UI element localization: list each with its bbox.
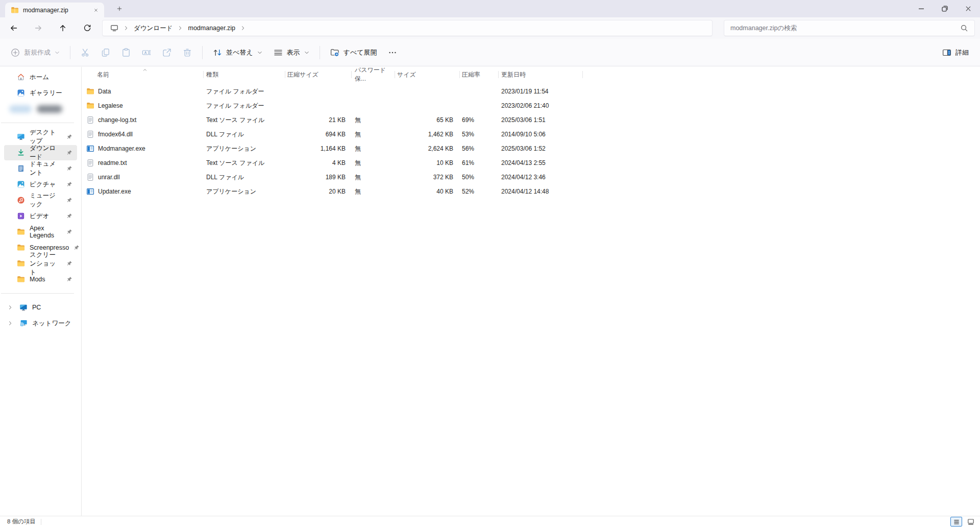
extract-all-button[interactable]: すべて展開 [325,43,382,62]
details-pane-button[interactable]: 詳細 [937,43,974,62]
file-size: 10 KB [395,159,460,166]
file-size: 372 KB [395,174,460,181]
paste-button[interactable] [116,43,136,62]
large-icons-view-icon [967,518,975,526]
file-modified: 2025/03/06 1:52 [499,145,583,152]
breadcrumb-modmanager-zip[interactable]: modmanager.zip [184,21,238,35]
file-name: fmodex64.dll [98,131,133,138]
file-modified: 2024/04/12 3:46 [499,174,583,181]
breadcrumb-downloads[interactable]: ダウンロード [130,21,176,35]
sidebar-item-screenshots[interactable]: スクリーンショット [4,256,77,271]
sort-button[interactable]: 並べ替え [207,43,268,62]
table-row[interactable]: Legalese ファイル フォルダー 2023/02/06 21:40 [82,99,980,113]
file-size: 2,624 KB [395,145,460,152]
file-name: change-log.txt [98,116,136,124]
sidebar-item-videos[interactable]: ビデオ [4,208,77,224]
share-button[interactable] [157,43,177,62]
blurred-account-icon [9,105,32,113]
tab-close-button[interactable] [91,5,101,15]
close-window-button[interactable] [957,0,980,17]
column-header-size[interactable]: サイズ [395,68,460,81]
blurred-account-name [37,105,62,113]
cut-button[interactable] [75,43,95,62]
up-button[interactable] [54,19,72,37]
tab-modmanager-zip[interactable]: modmanager.zip [5,3,104,17]
column-header-name[interactable]: 名前 [82,68,204,81]
column-headers: 名前 種類 圧縮サイズ パスワード保... サイズ 圧縮率 更新日時 [82,68,980,81]
file-password: 無 [352,187,395,196]
file-type: Text ソース ファイル [204,116,285,125]
pc-monitor-icon [110,24,118,32]
column-header-password[interactable]: パスワード保... [352,68,395,81]
chevron-right-icon [176,25,184,31]
forward-button[interactable] [29,19,47,37]
details-view-button[interactable] [950,517,962,526]
file-type: Text ソース ファイル [204,159,285,167]
chevron-right-icon [239,25,247,31]
new-tab-button[interactable] [113,3,126,15]
table-row[interactable]: change-log.txt Text ソース ファイル 21 KB 無 65 … [82,113,980,127]
breadcrumb[interactable]: ダウンロード modmanager.zip [102,20,713,36]
chevron-right-icon[interactable] [7,320,13,326]
new-item-button[interactable]: 新規作成 [5,43,65,62]
column-header-ratio[interactable]: 圧縮率 [460,68,499,81]
sidebar-item-mods[interactable]: Mods [4,272,77,287]
file-list: 名前 種類 圧縮サイズ パスワード保... サイズ 圧縮率 更新日時 Data … [82,67,980,516]
file-size: 65 KB [395,116,460,124]
sidebar-item-pictures[interactable]: ピクチャ [4,177,77,192]
application-icon [86,187,94,196]
sidebar-item-documents[interactable]: ドキュメント [4,161,77,176]
copy-button[interactable] [95,43,116,62]
sidebar-item-home[interactable]: ホーム [4,69,77,85]
sidebar-item-music[interactable]: ミュージック [4,193,77,208]
sidebar-item-downloads[interactable]: ダウンロード [4,145,77,160]
pin-icon [66,150,72,156]
large-icons-view-button[interactable] [965,517,976,526]
zip-folder-icon [11,6,19,14]
table-row[interactable]: readme.txt Text ソース ファイル 4 KB 無 10 KB 61… [82,156,980,170]
sort-label: 並べ替え [226,48,253,57]
column-header-type[interactable]: 種類 [204,68,285,81]
delete-icon [182,47,192,58]
table-row[interactable]: Data ファイル フォルダー 2023/01/19 11:54 [82,84,980,99]
refresh-button[interactable] [78,19,96,37]
more-options-button[interactable] [382,43,403,62]
back-button[interactable] [5,19,23,37]
paste-icon [121,47,131,58]
chevron-right-icon[interactable] [7,304,13,310]
table-row[interactable]: Updater.exe アプリケーション 20 KB 無 40 KB 52% 2… [82,184,980,199]
file-folder-icon [86,102,94,110]
table-row[interactable]: Modmanager.exe アプリケーション 1,164 KB 無 2,624… [82,141,980,156]
search-input[interactable] [730,25,960,32]
navigation-pane: ホーム ギャラリー デスクトップ ダウンロード [0,67,82,516]
sidebar-item-pc[interactable]: PC [4,300,77,315]
delete-button[interactable] [177,43,198,62]
sidebar-item-network[interactable]: ネットワーク [4,316,77,331]
file-size: 40 KB [395,188,460,195]
sidebar-item-label: ドキュメント [30,160,62,177]
view-button[interactable]: 表示 [268,43,315,62]
rename-button[interactable] [136,43,157,62]
restore-button[interactable] [933,0,957,17]
pc-icon [19,303,28,312]
file-name: Updater.exe [98,188,131,195]
minimize-button[interactable] [910,0,933,17]
share-icon [162,47,172,58]
search-box[interactable] [724,20,975,36]
breadcrumb-this-pc[interactable] [107,21,122,35]
table-row[interactable]: fmodex64.dll DLL ファイル 694 KB 無 1,462 KB … [82,127,980,141]
column-header-modified[interactable]: 更新日時 [499,68,583,81]
table-row[interactable]: unrar.dll DLL ファイル 189 KB 無 372 KB 50% 2… [82,170,980,184]
new-item-label: 新規作成 [24,48,51,57]
file-ratio: 56% [460,145,499,152]
sidebar-item-account-blurred[interactable] [4,101,77,116]
pin-icon [66,276,72,282]
sidebar-item-label: ミュージック [30,191,62,209]
sidebar-item-gallery[interactable]: ギャラリー [4,85,77,101]
extract-all-label: すべて展開 [344,48,377,57]
sidebar-item-desktop[interactable]: デスクトップ [4,129,77,145]
file-modified: 2025/03/06 1:51 [499,116,583,124]
file-compressed-size: 20 KB [285,188,352,195]
sidebar-item-apex-legends[interactable]: Apex Legends [4,224,77,239]
column-header-compressed-size[interactable]: 圧縮サイズ [285,68,352,81]
